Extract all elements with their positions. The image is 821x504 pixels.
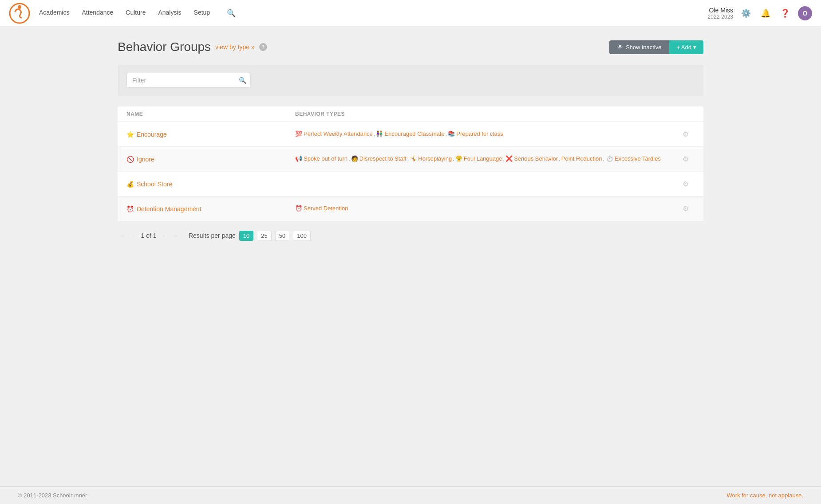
- behavior-excessive-tardies[interactable]: ⏱️ Excessive Tardies: [606, 154, 661, 164]
- view-by-type-link[interactable]: view by type »: [215, 43, 255, 51]
- nav-links: Academics Attendance Culture Analysis Se…: [39, 9, 708, 17]
- separator: ,: [453, 154, 454, 164]
- group-name-detention[interactable]: ⏰ Detention Management: [126, 205, 295, 213]
- row-settings-button[interactable]: ⚙: [677, 153, 695, 165]
- search-icon[interactable]: 🔍: [227, 9, 236, 17]
- detention-behaviors: ⏰ Served Detention: [295, 204, 677, 213]
- behavior-served-detention[interactable]: ⏰ Served Detention: [295, 204, 348, 213]
- behavior-label: Horseplaying: [418, 154, 452, 164]
- per-page-10[interactable]: 10: [239, 231, 253, 241]
- behavior-icon: ⏰: [295, 204, 302, 213]
- behavior-label: Serious Behavior: [514, 154, 558, 164]
- page-container: Behavior Groups view by type » ? 👁 Show …: [100, 27, 721, 272]
- chevron-down-icon: ▾: [693, 44, 696, 51]
- last-page-button[interactable]: »: [171, 230, 180, 241]
- filter-bar: 🔍: [118, 65, 703, 96]
- page-title-row: Behavior Groups view by type » ?: [118, 40, 267, 54]
- page-help-icon[interactable]: ?: [259, 43, 267, 51]
- per-page-25[interactable]: 25: [257, 231, 271, 241]
- results-per-page-label: Results per page: [189, 232, 236, 239]
- behavior-label: Perfect Weekly Attendance: [304, 130, 373, 139]
- user-info: Ole Miss 2022-2023: [708, 7, 733, 20]
- behavior-foul-language[interactable]: 😤 Foul Language: [455, 154, 502, 164]
- behavior-prepared-class[interactable]: 📚 Prepared for class: [448, 130, 503, 139]
- behavior-encouraged-classmate[interactable]: 👫 Encouraged Classmate: [376, 130, 444, 139]
- behavior-label: Point Reduction: [561, 154, 602, 164]
- per-page-100[interactable]: 100: [293, 231, 311, 241]
- behavior-icon: ❌: [505, 154, 513, 164]
- behavior-disrespect-staff[interactable]: 🧑 Disrespect to Staff: [351, 154, 407, 164]
- page-title: Behavior Groups: [118, 40, 211, 54]
- behavior-icon: 🤸: [410, 154, 417, 164]
- behavior-spoke-out-of-turn[interactable]: 📢 Spoke out of turn: [295, 154, 347, 164]
- separator: ,: [559, 154, 560, 164]
- navbar-right: Ole Miss 2022-2023 ⚙️ 🔔 ❓ O: [708, 6, 812, 20]
- navbar: Academics Attendance Culture Analysis Se…: [0, 0, 821, 27]
- school-store-icon: 💰: [126, 181, 134, 188]
- behavior-label: Prepared for class: [456, 130, 503, 139]
- avatar[interactable]: O: [798, 6, 812, 20]
- nav-academics[interactable]: Academics: [39, 9, 69, 17]
- show-inactive-button[interactable]: 👁 Show inactive: [609, 40, 669, 54]
- behavior-label: Served Detention: [304, 204, 348, 213]
- behavior-icon: ⏱️: [606, 154, 613, 164]
- col-behavior-types-header: BEHAVIOR TYPES: [295, 111, 677, 117]
- ignore-behaviors: 📢 Spoke out of turn , 🧑 Disrespect to St…: [295, 154, 677, 164]
- eye-icon: 👁: [617, 44, 623, 51]
- behavior-serious[interactable]: ❌ Serious Behavior: [505, 154, 558, 164]
- settings-icon[interactable]: ⚙️: [739, 7, 753, 20]
- detention-label: Detention Management: [137, 205, 201, 213]
- notifications-icon[interactable]: 🔔: [759, 7, 772, 20]
- first-page-button[interactable]: «: [118, 230, 126, 241]
- show-inactive-label: Show inactive: [626, 44, 661, 51]
- group-name-ignore[interactable]: 🚫 Ignore: [126, 156, 295, 163]
- separator: ,: [446, 130, 447, 139]
- group-name-school-store[interactable]: 💰 School Store: [126, 181, 295, 188]
- nav-culture[interactable]: Culture: [126, 9, 146, 17]
- add-button[interactable]: + Add ▾: [669, 40, 703, 54]
- filter-input[interactable]: [126, 73, 251, 88]
- page-header: Behavior Groups view by type » ? 👁 Show …: [118, 40, 703, 54]
- col-name-header: NAME: [126, 111, 295, 117]
- group-name-encourage[interactable]: ⭐ Encourage: [126, 131, 295, 138]
- add-label: + Add: [676, 44, 691, 51]
- behavior-label: Disrespect to Staff: [359, 154, 407, 164]
- help-icon[interactable]: ❓: [778, 7, 792, 20]
- table-row: ⏰ Detention Management ⏰ Served Detentio…: [118, 197, 703, 221]
- header-actions: 👁 Show inactive + Add ▾: [609, 40, 703, 54]
- nav-setup[interactable]: Setup: [194, 9, 210, 17]
- table-row: 💰 School Store ⚙: [118, 172, 703, 197]
- behavior-label: Encouraged Classmate: [384, 130, 444, 139]
- behavior-groups-table: NAME BEHAVIOR TYPES ⭐ Encourage 💯 Perfec…: [118, 106, 703, 221]
- row-settings-button[interactable]: ⚙: [677, 203, 695, 215]
- behavior-perfect-weekly[interactable]: 💯 Perfect Weekly Attendance: [295, 130, 373, 139]
- nav-analysis[interactable]: Analysis: [158, 9, 181, 17]
- behavior-label: Spoke out of turn: [304, 154, 347, 164]
- school-store-label: School Store: [137, 181, 172, 188]
- separator: ,: [348, 154, 350, 164]
- row-settings-button[interactable]: ⚙: [677, 128, 695, 140]
- nav-attendance[interactable]: Attendance: [82, 9, 113, 17]
- table-row: 🚫 Ignore 📢 Spoke out of turn , 🧑 Disresp…: [118, 147, 703, 172]
- behavior-icon: 💯: [295, 130, 302, 139]
- behavior-icon: 🧑: [351, 154, 358, 164]
- ignore-label: Ignore: [137, 156, 154, 163]
- pagination: « ‹ 1 of 1 › » Results per page 10 25 50…: [118, 221, 703, 245]
- ignore-icon: 🚫: [126, 156, 134, 163]
- app-logo[interactable]: [9, 3, 30, 24]
- encourage-icon: ⭐: [126, 131, 134, 138]
- row-settings-button[interactable]: ⚙: [677, 178, 695, 190]
- behavior-horseplaying[interactable]: 🤸 Horseplaying: [410, 154, 452, 164]
- next-page-button[interactable]: ›: [160, 230, 168, 241]
- encourage-behaviors: 💯 Perfect Weekly Attendance , 👫 Encourag…: [295, 130, 677, 139]
- behavior-label: Foul Language: [464, 154, 502, 164]
- prev-page-button[interactable]: ‹: [130, 230, 138, 241]
- behavior-point-reduction[interactable]: Point Reduction: [561, 154, 602, 164]
- per-page-50[interactable]: 50: [275, 231, 289, 241]
- page-info: 1 of 1: [141, 232, 156, 239]
- detention-icon: ⏰: [126, 205, 134, 213]
- user-year: 2022-2023: [708, 14, 733, 20]
- separator: ,: [503, 154, 505, 164]
- separator: ,: [603, 154, 605, 164]
- encourage-label: Encourage: [137, 131, 167, 138]
